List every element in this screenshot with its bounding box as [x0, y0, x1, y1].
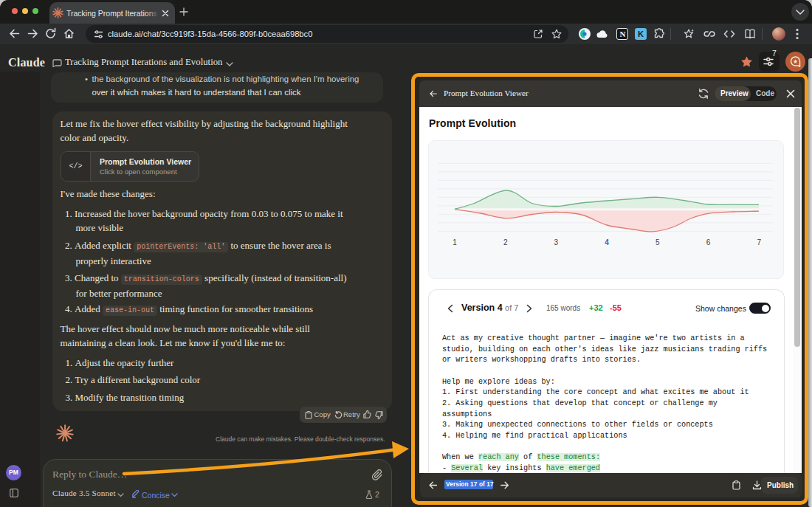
- svg-text:3: 3: [554, 238, 559, 246]
- svg-text:1: 1: [453, 238, 457, 246]
- svg-text:6: 6: [706, 238, 711, 246]
- svg-text:5: 5: [656, 238, 660, 246]
- svg-text:4: 4: [605, 238, 609, 246]
- svg-text:2: 2: [503, 238, 508, 246]
- svg-text:7: 7: [757, 238, 761, 246]
